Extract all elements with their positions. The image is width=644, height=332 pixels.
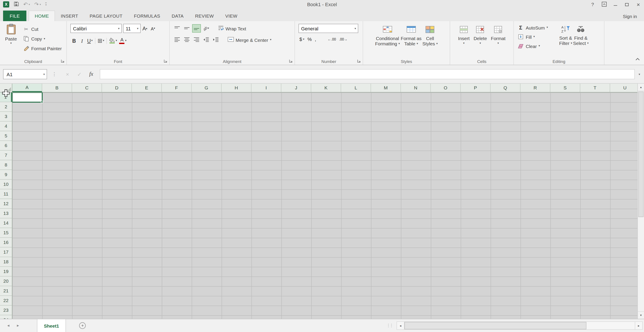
format-as-table-button[interactable]: Format as Table▾ bbox=[401, 23, 422, 46]
row-header-16[interactable]: 16 bbox=[0, 238, 12, 247]
increase-decimal-button[interactable]: ←.00 bbox=[328, 37, 336, 41]
column-header-H[interactable]: H bbox=[222, 84, 252, 92]
increase-font-size-button[interactable]: A ▴ bbox=[141, 26, 149, 31]
align-left-button[interactable] bbox=[173, 36, 182, 44]
insert-cells-button[interactable]: Insert ▾ bbox=[458, 23, 470, 45]
column-header-O[interactable]: O bbox=[431, 84, 461, 92]
sheet-nav-prev-button[interactable]: ◄ bbox=[4, 324, 13, 327]
clipboard-dialog-launcher[interactable] bbox=[60, 59, 65, 63]
ribbon-display-options-button[interactable] bbox=[598, 0, 610, 9]
column-header-I[interactable]: I bbox=[252, 84, 281, 92]
row-header-14[interactable]: 14 bbox=[0, 218, 12, 228]
row-header-4[interactable]: 4 bbox=[0, 121, 12, 131]
row-header-22[interactable]: 22 bbox=[0, 296, 12, 305]
scroll-left-button[interactable]: ◄ bbox=[396, 321, 404, 330]
delete-cells-button[interactable]: Delete ▾ bbox=[474, 23, 487, 45]
tab-data[interactable]: DATA bbox=[166, 11, 190, 21]
tab-scrollbar-splitter[interactable]: ⋮⋮ bbox=[386, 323, 392, 327]
column-header-C[interactable]: C bbox=[72, 84, 102, 92]
row-header-19[interactable]: 19 bbox=[0, 267, 12, 276]
row-header-7[interactable]: 7 bbox=[0, 150, 12, 160]
sort-filter-button[interactable]: AZ Sort & Filter▾ bbox=[559, 22, 572, 51]
tab-review[interactable]: REVIEW bbox=[190, 11, 220, 21]
format-painter-button[interactable]: Format Painter bbox=[22, 44, 63, 53]
tab-view[interactable]: VIEW bbox=[220, 11, 243, 21]
collapse-ribbon-button[interactable] bbox=[635, 55, 640, 63]
insert-function-button[interactable]: fx bbox=[85, 71, 97, 78]
tab-formulas[interactable]: FORMULAS bbox=[128, 11, 166, 21]
decrease-decimal-button[interactable]: .00→ bbox=[339, 37, 348, 41]
cell-styles-button[interactable]: Cell Styles▾ bbox=[422, 23, 438, 46]
paste-button[interactable]: Paste ▾ bbox=[3, 23, 19, 53]
top-align-button[interactable] bbox=[173, 24, 182, 33]
column-header-Q[interactable]: Q bbox=[490, 84, 520, 92]
wrap-text-button[interactable]: Wrap Text bbox=[216, 24, 248, 33]
row-header-11[interactable]: 11 bbox=[0, 189, 12, 199]
row-header-9[interactable]: 9 bbox=[0, 170, 12, 180]
column-header-U[interactable]: U bbox=[610, 84, 638, 92]
cancel-button[interactable]: × bbox=[62, 71, 74, 77]
row-header-3[interactable]: 3 bbox=[0, 112, 12, 121]
row-header-2[interactable]: 2 bbox=[0, 102, 12, 112]
alignment-dialog-launcher[interactable] bbox=[288, 59, 293, 63]
formula-input[interactable] bbox=[100, 69, 635, 79]
formula-bar-splitter[interactable]: ⋮ bbox=[52, 71, 57, 77]
column-header-E[interactable]: E bbox=[132, 84, 162, 92]
row-header-15[interactable]: 15 bbox=[0, 228, 12, 238]
middle-align-button[interactable] bbox=[182, 24, 191, 33]
column-header-L[interactable]: L bbox=[341, 84, 371, 92]
row-header-5[interactable]: 5 bbox=[0, 131, 12, 141]
font-dialog-launcher[interactable] bbox=[163, 59, 168, 63]
horizontal-scrollbar[interactable]: ◄ ► bbox=[396, 321, 643, 330]
sign-in-link[interactable]: Sign in bbox=[623, 14, 637, 19]
fill-handle[interactable] bbox=[41, 101, 43, 103]
cut-button[interactable]: ✂ Cut bbox=[22, 24, 63, 34]
redo-button[interactable]: ↷ ▾ bbox=[34, 2, 41, 7]
spreadsheet-grid[interactable] bbox=[12, 92, 638, 319]
conditional-formatting-button[interactable]: Conditional Formatting▾ bbox=[375, 23, 400, 46]
undo-button[interactable]: ↶ ▾ bbox=[23, 2, 30, 7]
column-header-F[interactable]: F bbox=[162, 84, 192, 92]
sheet-tab-sheet1[interactable]: Sheet1 bbox=[37, 319, 66, 332]
column-header-R[interactable]: R bbox=[520, 84, 550, 92]
tab-insert[interactable]: INSERT bbox=[55, 11, 84, 21]
new-sheet-button[interactable]: + bbox=[79, 322, 86, 329]
column-header-N[interactable]: N bbox=[401, 84, 431, 92]
fill-button[interactable]: Fill ▾ bbox=[516, 32, 558, 41]
row-header-8[interactable]: 8 bbox=[0, 160, 12, 170]
column-header-A[interactable]: A bbox=[12, 84, 42, 92]
horizontal-scrollbar-thumb[interactable] bbox=[404, 322, 586, 329]
decrease-indent-button[interactable] bbox=[202, 36, 210, 44]
close-button[interactable]: × bbox=[632, 0, 644, 9]
copy-button[interactable]: Copy ▾ bbox=[22, 34, 63, 44]
bottom-align-button[interactable] bbox=[192, 24, 201, 33]
scroll-right-button[interactable]: ► bbox=[635, 321, 643, 330]
scroll-down-button[interactable]: ▼ bbox=[638, 311, 644, 319]
find-select-button[interactable]: Find & Select▾ bbox=[573, 22, 588, 51]
column-header-D[interactable]: D bbox=[102, 84, 132, 92]
italic-button[interactable]: I bbox=[78, 37, 86, 45]
scroll-up-button[interactable]: ▲ bbox=[638, 84, 644, 91]
bold-button[interactable]: B bbox=[70, 37, 78, 45]
row-header-10[interactable]: 10 bbox=[0, 180, 12, 189]
help-button[interactable]: ? bbox=[587, 0, 598, 9]
borders-button[interactable]: ⊞ ▾ bbox=[97, 37, 105, 45]
excel-logo-icon[interactable]: X bbox=[3, 1, 9, 8]
percent-style-button[interactable]: % bbox=[308, 37, 312, 42]
column-header-S[interactable]: S bbox=[550, 84, 580, 92]
enter-button[interactable]: ✓ bbox=[74, 71, 85, 77]
autosum-button[interactable]: Σ AutoSum ▾ bbox=[516, 23, 558, 32]
fill-color-button[interactable]: ▾ bbox=[108, 37, 118, 45]
number-dialog-launcher[interactable] bbox=[356, 59, 361, 63]
tab-file[interactable]: FILE bbox=[3, 11, 26, 21]
expand-formula-bar-button[interactable]: ▾ bbox=[635, 72, 644, 76]
horizontal-scrollbar-track[interactable] bbox=[404, 321, 635, 330]
row-header-13[interactable]: 13 bbox=[0, 209, 12, 218]
vertical-scrollbar[interactable]: ▲ ▼ bbox=[638, 84, 644, 319]
row-header-24[interactable]: 24 bbox=[0, 315, 12, 319]
increase-indent-button[interactable] bbox=[212, 36, 220, 44]
tab-home[interactable]: HOME bbox=[28, 11, 55, 21]
number-format-combo[interactable]: General ▾ bbox=[298, 24, 358, 33]
row-header-20[interactable]: 20 bbox=[0, 276, 12, 286]
sheet-nav-next-button[interactable]: ► bbox=[13, 324, 23, 327]
